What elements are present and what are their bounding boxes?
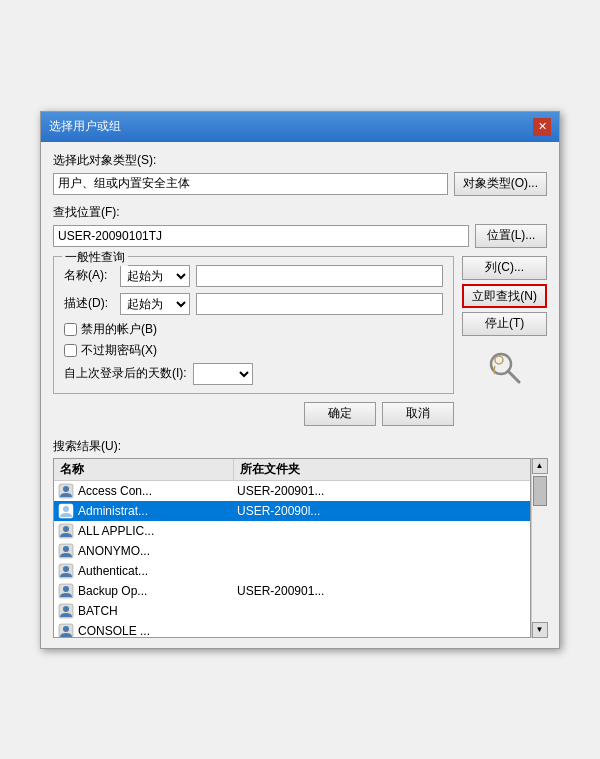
right-buttons: 列(C)... 立即查找(N) 停止(T) bbox=[462, 256, 547, 434]
user-icon bbox=[57, 542, 75, 560]
results-container[interactable]: 名称 所在文件夹 Access Con...USER-200901... Adm… bbox=[53, 458, 531, 638]
location-button[interactable]: 位置(L)... bbox=[475, 224, 547, 248]
no-expire-label: 不过期密码(X) bbox=[81, 342, 157, 359]
scrollbar[interactable]: ▲ ▼ bbox=[531, 458, 547, 638]
svg-point-18 bbox=[63, 626, 69, 632]
name-select[interactable]: 起始为 bbox=[120, 265, 190, 287]
group-box-title: 一般性查询 bbox=[62, 249, 128, 266]
col-button[interactable]: 列(C)... bbox=[462, 256, 547, 280]
user-icon bbox=[57, 522, 75, 540]
cancel-button[interactable]: 取消 bbox=[382, 402, 454, 426]
result-name: ANONYMO... bbox=[78, 544, 233, 558]
object-type-row: 选择此对象类型(S): 对象类型(O)... bbox=[53, 152, 547, 196]
magnifier-icon bbox=[485, 348, 525, 388]
bottom-btn-row: 确定 取消 bbox=[53, 402, 454, 426]
disabled-account-label: 禁用的帐户(B) bbox=[81, 321, 157, 338]
object-type-input[interactable] bbox=[53, 173, 448, 195]
svg-point-2 bbox=[495, 356, 503, 364]
results-label: 搜索结果(U): bbox=[53, 438, 547, 455]
dialog-title: 选择用户或组 bbox=[49, 118, 121, 135]
result-name: ALL APPLIC... bbox=[78, 524, 233, 538]
table-row[interactable]: Authenticat... bbox=[54, 561, 530, 581]
scroll-up-arrow[interactable]: ▲ bbox=[532, 458, 548, 474]
dialog: 选择用户或组 ✕ 选择此对象类型(S): 对象类型(O)... 查找位置(F):… bbox=[40, 111, 560, 649]
table-row[interactable]: Administrat...USER-20090l... bbox=[54, 501, 530, 521]
no-expire-row: 不过期密码(X) bbox=[64, 342, 443, 359]
disabled-account-row: 禁用的帐户(B) bbox=[64, 321, 443, 338]
table-row[interactable]: CONSOLE ... bbox=[54, 621, 530, 638]
scroll-down-arrow[interactable]: ▼ bbox=[532, 622, 548, 638]
svg-point-16 bbox=[63, 606, 69, 612]
stop-button[interactable]: 停止(T) bbox=[462, 312, 547, 336]
name-query-row: 名称(A): 起始为 bbox=[64, 265, 443, 287]
desc-text-input[interactable] bbox=[196, 293, 443, 315]
name-text-input[interactable] bbox=[196, 265, 443, 287]
object-type-button[interactable]: 对象类型(O)... bbox=[454, 172, 547, 196]
disabled-account-checkbox[interactable] bbox=[64, 323, 77, 336]
search-now-button[interactable]: 立即查找(N) bbox=[462, 284, 547, 308]
result-name: Backup Op... bbox=[78, 584, 233, 598]
svg-point-12 bbox=[63, 566, 69, 572]
results-area: 名称 所在文件夹 Access Con...USER-200901... Adm… bbox=[53, 458, 547, 638]
user-icon bbox=[57, 502, 75, 520]
col-name-header: 名称 bbox=[54, 459, 234, 480]
result-folder: USER-200901... bbox=[233, 484, 530, 498]
user-icon bbox=[57, 582, 75, 600]
desc-query-row: 描述(D): 起始为 bbox=[64, 293, 443, 315]
user-icon bbox=[57, 482, 75, 500]
svg-point-14 bbox=[63, 586, 69, 592]
results-list: Access Con...USER-200901... Administrat.… bbox=[54, 481, 530, 638]
result-folder: USER-200901... bbox=[233, 584, 530, 598]
result-name: Administrat... bbox=[78, 504, 233, 518]
svg-point-4 bbox=[63, 486, 69, 492]
result-name: Access Con... bbox=[78, 484, 233, 498]
desc-label: 描述(D): bbox=[64, 295, 114, 312]
days-label: 自上次登录后的天数(I): bbox=[64, 365, 187, 382]
table-row[interactable]: Backup Op...USER-200901... bbox=[54, 581, 530, 601]
user-icon bbox=[57, 622, 75, 638]
user-icon bbox=[57, 602, 75, 620]
main-content: 一般性查询 名称(A): 起始为 描述(D): 起始为 bbox=[53, 256, 547, 434]
dialog-body: 选择此对象类型(S): 对象类型(O)... 查找位置(F): 位置(L)...… bbox=[41, 142, 559, 648]
name-label: 名称(A): bbox=[64, 267, 114, 284]
location-input[interactable] bbox=[53, 225, 469, 247]
location-row: 查找位置(F): 位置(L)... bbox=[53, 204, 547, 248]
result-name: Authenticat... bbox=[78, 564, 233, 578]
desc-select[interactable]: 起始为 bbox=[120, 293, 190, 315]
table-row[interactable]: BATCH bbox=[54, 601, 530, 621]
days-select[interactable] bbox=[193, 363, 253, 385]
title-bar: 选择用户或组 ✕ bbox=[41, 112, 559, 142]
general-query-group: 一般性查询 名称(A): 起始为 描述(D): 起始为 bbox=[53, 256, 454, 394]
confirm-button[interactable]: 确定 bbox=[304, 402, 376, 426]
scroll-thumb[interactable] bbox=[533, 476, 547, 506]
col-folder-header: 所在文件夹 bbox=[234, 459, 530, 480]
result-name: CONSOLE ... bbox=[78, 624, 233, 638]
svg-point-8 bbox=[63, 526, 69, 532]
search-results-section: 搜索结果(U): 名称 所在文件夹 Access Con...USER-2009… bbox=[53, 438, 547, 638]
result-name: BATCH bbox=[78, 604, 233, 618]
left-content: 一般性查询 名称(A): 起始为 描述(D): 起始为 bbox=[53, 256, 454, 434]
table-row[interactable]: ANONYMO... bbox=[54, 541, 530, 561]
close-button[interactable]: ✕ bbox=[533, 118, 551, 136]
result-folder: USER-20090l... bbox=[233, 504, 530, 518]
table-row[interactable]: ALL APPLIC... bbox=[54, 521, 530, 541]
user-icon bbox=[57, 562, 75, 580]
no-expire-checkbox[interactable] bbox=[64, 344, 77, 357]
location-label: 查找位置(F): bbox=[53, 204, 547, 221]
search-icon-area bbox=[462, 348, 547, 388]
svg-point-10 bbox=[63, 546, 69, 552]
table-row[interactable]: Access Con...USER-200901... bbox=[54, 481, 530, 501]
svg-line-1 bbox=[508, 371, 519, 382]
days-row: 自上次登录后的天数(I): bbox=[64, 363, 443, 385]
svg-point-6 bbox=[63, 506, 69, 512]
results-header: 名称 所在文件夹 bbox=[54, 459, 530, 481]
object-type-label: 选择此对象类型(S): bbox=[53, 152, 547, 169]
